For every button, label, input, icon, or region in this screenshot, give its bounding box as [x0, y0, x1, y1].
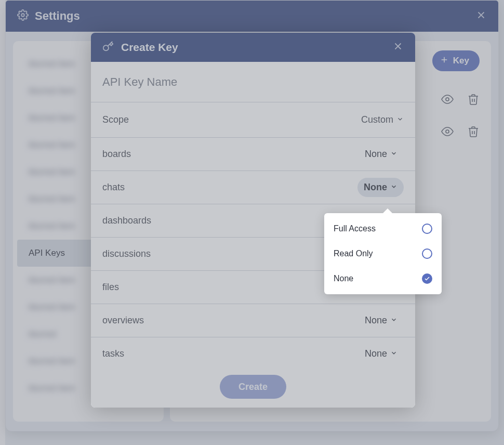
chevron-down-icon	[390, 348, 397, 359]
permission-row-chats: chats None	[91, 171, 415, 204]
permission-label: tasks	[102, 348, 359, 359]
permission-popover: Full Access Read Only None	[324, 213, 442, 294]
scope-row: Scope Custom	[91, 102, 415, 138]
modal-header: Create Key	[91, 33, 415, 62]
permission-select-boards[interactable]: None	[359, 145, 404, 164]
permission-label: overviews	[102, 315, 359, 326]
chevron-down-icon	[390, 315, 397, 326]
create-button[interactable]: Create	[220, 375, 286, 399]
chevron-down-icon	[390, 182, 397, 193]
permission-row-overviews: overviews None	[91, 304, 415, 337]
permission-label: boards	[102, 149, 359, 160]
permission-value-text: None	[364, 182, 387, 193]
permission-select-tasks[interactable]: None	[359, 344, 404, 363]
popover-option-full-access[interactable]: Full Access	[324, 216, 442, 241]
radio-checked-icon	[422, 273, 432, 284]
permission-row-tasks: tasks None	[91, 337, 415, 366]
popover-option-label: None	[334, 274, 353, 283]
modal-close-icon[interactable]	[392, 41, 404, 54]
permission-value-text: None	[365, 348, 387, 359]
permission-row-boards: boards None	[91, 138, 415, 171]
radio-unchecked-icon	[422, 224, 432, 234]
popover-option-label: Read Only	[334, 249, 373, 258]
modal-title: Create Key	[121, 41, 385, 54]
popover-option-label: Full Access	[334, 224, 376, 233]
popover-option-none[interactable]: None	[324, 266, 442, 291]
permission-select-overviews[interactable]: None	[359, 311, 404, 330]
scope-label: Scope	[102, 114, 361, 125]
permission-value-text: None	[365, 315, 387, 326]
chevron-down-icon	[396, 114, 404, 125]
permission-select-chats[interactable]: None	[357, 178, 404, 197]
api-key-name-placeholder: API Key Name	[102, 75, 177, 89]
permission-label: chats	[102, 182, 357, 193]
permission-value-text: None	[365, 149, 387, 160]
radio-unchecked-icon	[422, 248, 432, 259]
scope-value-text: Custom	[361, 114, 393, 125]
popover-option-read-only[interactable]: Read Only	[324, 241, 442, 266]
key-icon	[102, 41, 114, 54]
scope-select[interactable]: Custom	[361, 114, 404, 125]
api-key-name-row[interactable]: API Key Name	[91, 62, 415, 102]
chevron-down-icon	[390, 149, 397, 160]
modal-footer: Create	[91, 366, 415, 408]
